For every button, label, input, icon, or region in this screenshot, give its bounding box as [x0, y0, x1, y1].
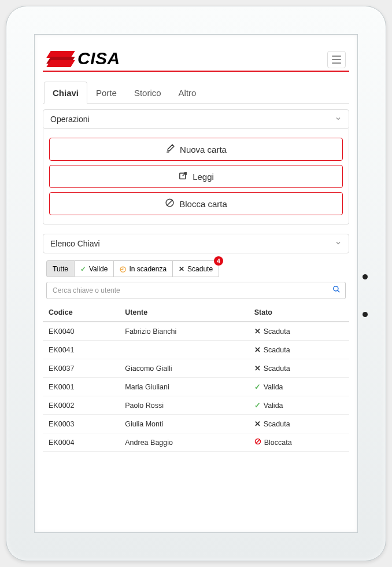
table-row[interactable]: EK0002Paolo Rossi✓Valida: [43, 396, 349, 415]
panel-operazioni-header[interactable]: Operazioni: [43, 109, 349, 129]
cell-codice: EK0001: [43, 378, 119, 396]
tablet-screen: CISA Chiavi Porte Storico Altro Operazio…: [34, 34, 358, 533]
svg-line-6: [256, 440, 260, 444]
tab-porte[interactable]: Porte: [87, 82, 125, 104]
cell-utente: Giacomo Gialli: [119, 359, 248, 378]
svg-line-2: [167, 200, 173, 206]
read-label: Leggi: [193, 172, 214, 182]
filter-scadute-label: Scadute: [187, 265, 213, 273]
chevron-down-icon: [335, 115, 342, 124]
cell-codice: EK0002: [43, 396, 119, 415]
block-icon: [165, 198, 175, 209]
table-row[interactable]: EK0001Maria Giuliani✓Valida: [43, 378, 349, 396]
x-icon: ✕: [254, 419, 261, 428]
new-card-button[interactable]: Nuova carta: [49, 138, 343, 161]
badge-count: 4: [214, 256, 223, 266]
cell-stato: ✕Scaduta: [249, 322, 349, 341]
filter-valide-label: Valide: [89, 265, 108, 273]
x-icon: ✕: [254, 345, 261, 354]
table-row[interactable]: EK0041✕Scaduta: [43, 341, 349, 359]
cell-codice: EK0004: [43, 433, 119, 452]
cell-codice: EK0041: [43, 341, 119, 359]
chevron-down-icon: [335, 240, 342, 248]
clock-warning-icon: ◴: [120, 264, 126, 273]
filter-in-scadenza-label: In scadenza: [129, 265, 167, 273]
hardware-dot: [363, 274, 368, 279]
table-row[interactable]: EK0040Fabrizio Bianchi✕Scaduta: [43, 322, 349, 341]
panel-operazioni-title: Operazioni: [50, 115, 90, 124]
cell-utente: Andrea Baggio: [119, 433, 248, 452]
table-row[interactable]: EK0003Giulia Monti✕Scaduta: [43, 415, 349, 433]
table-row[interactable]: EK0004Andrea BaggioBloccata: [43, 433, 349, 452]
table-row[interactable]: EK0037Giacomo Gialli✕Scaduta: [43, 359, 349, 378]
svg-line-4: [338, 290, 340, 293]
main-tabs: Chiavi Porte Storico Altro: [43, 81, 349, 104]
check-icon: ✓: [254, 382, 261, 391]
cell-stato: Bloccata: [249, 433, 349, 452]
cell-stato: ✕Scaduta: [249, 341, 349, 359]
search-icon: [332, 285, 341, 296]
svg-point-3: [334, 286, 338, 291]
cell-stato: ✕Scaduta: [249, 415, 349, 433]
external-link-icon: [178, 171, 188, 182]
col-utente[interactable]: Utente: [119, 304, 248, 322]
app-header: CISA: [43, 49, 349, 72]
read-button[interactable]: Leggi: [49, 165, 343, 188]
cell-codice: EK0037: [43, 359, 119, 378]
block-icon: [254, 438, 261, 447]
filter-tutte[interactable]: Tutte: [46, 260, 75, 277]
cell-stato: ✕Scaduta: [249, 359, 349, 378]
panel-operazioni-body: Nuova carta Leggi Blocca carta: [43, 129, 349, 224]
block-card-button[interactable]: Blocca carta: [49, 192, 343, 215]
tab-storico[interactable]: Storico: [125, 82, 170, 104]
hamburger-menu-button[interactable]: [327, 51, 346, 68]
filter-valide[interactable]: ✓ Valide: [75, 260, 114, 277]
cell-utente: Maria Giuliani: [119, 378, 248, 396]
panel-elenco-header[interactable]: Elenco Chiavi: [43, 234, 349, 253]
filter-in-scadenza[interactable]: ◴ In scadenza: [114, 260, 173, 277]
check-icon: ✓: [254, 401, 261, 410]
tab-chiavi[interactable]: Chiavi: [44, 82, 87, 104]
tab-altro[interactable]: Altro: [170, 82, 205, 104]
cell-codice: EK0040: [43, 322, 119, 341]
panel-elenco-title: Elenco Chiavi: [50, 239, 100, 248]
cell-utente: Fabrizio Bianchi: [119, 322, 248, 341]
x-icon: ✕: [254, 327, 261, 336]
x-icon: ✕: [254, 364, 261, 373]
cell-utente: Paolo Rossi: [119, 396, 248, 415]
cell-stato: ✓Valida: [249, 396, 349, 415]
brand-name: CISA: [77, 49, 120, 68]
edit-icon: [165, 143, 175, 155]
brand: CISA: [46, 49, 120, 68]
search-field[interactable]: [46, 282, 346, 299]
keys-table: Codice Utente Stato EK0040Fabrizio Bianc…: [43, 304, 349, 452]
cell-stato: ✓Valida: [249, 378, 349, 396]
col-stato[interactable]: Stato: [249, 304, 349, 322]
cisa-logo-icon: [46, 50, 74, 67]
filter-scadute[interactable]: ✕ Scadute 4: [173, 260, 219, 277]
col-codice[interactable]: Codice: [43, 304, 119, 322]
filter-bar: Tutte ✓ Valide ◴ In scadenza ✕ Scadute 4: [43, 257, 349, 277]
block-card-label: Blocca carta: [179, 199, 227, 209]
new-card-label: Nuova carta: [180, 145, 227, 154]
search-input[interactable]: [51, 282, 332, 299]
cell-utente: [119, 341, 248, 359]
cell-codice: EK0003: [43, 415, 119, 433]
hardware-dot: [363, 312, 368, 317]
check-icon: ✓: [80, 265, 86, 273]
cell-utente: Giulia Monti: [119, 415, 248, 433]
x-icon: ✕: [179, 265, 184, 273]
tablet-frame: CISA Chiavi Porte Storico Altro Operazio…: [6, 6, 386, 561]
